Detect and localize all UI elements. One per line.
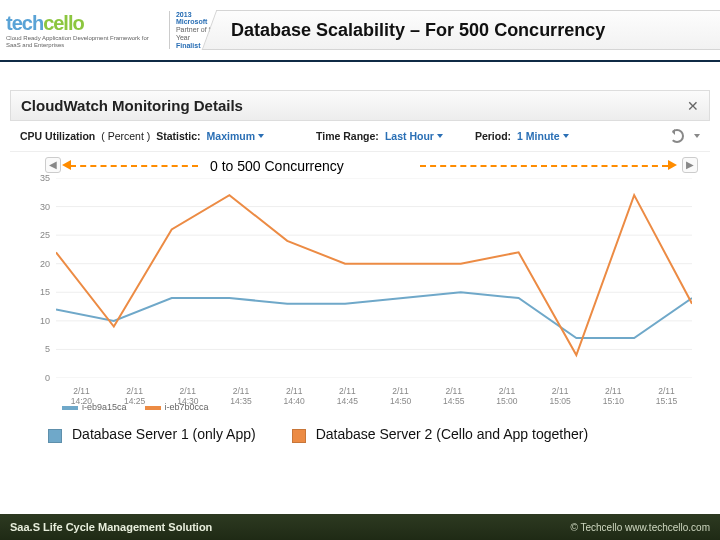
annotation-row: ◀ 0 to 500 Concurrency ▶ bbox=[20, 156, 700, 178]
x-tick: 2/1114:40 bbox=[269, 386, 320, 406]
title-bar: Database Scalability – For 500 Concurren… bbox=[220, 10, 720, 50]
refresh-icon[interactable] bbox=[670, 129, 684, 143]
legend-swatch-orange bbox=[292, 429, 306, 443]
chart-svg bbox=[56, 178, 692, 378]
y-tick: 30 bbox=[40, 202, 50, 212]
panel-controls: CPU Utilization ( Percent ) Statistic: M… bbox=[10, 121, 710, 152]
chart-area: ◀ 0 to 500 Concurrency ▶ 05101520253035 … bbox=[20, 156, 700, 412]
arrow-dashed-right bbox=[420, 165, 668, 167]
y-tick: 20 bbox=[40, 259, 50, 269]
x-tick: 2/1115:10 bbox=[588, 386, 639, 406]
chart-plot: 05101520253035 2/1114:202/1114:252/1114:… bbox=[56, 178, 692, 398]
logo-part-b: cello bbox=[43, 12, 84, 34]
panel-title: CloudWatch Monitoring Details bbox=[21, 97, 243, 114]
logo: techcello bbox=[6, 12, 159, 35]
y-tick: 15 bbox=[40, 287, 50, 297]
logo-block: techcello Cloud Ready Application Develo… bbox=[0, 0, 220, 61]
metric-name: CPU Utilization bbox=[20, 130, 95, 142]
slide-header: techcello Cloud Ready Application Develo… bbox=[0, 0, 720, 62]
x-tick: 2/1114:25 bbox=[109, 386, 160, 406]
logo-part-a: tech bbox=[6, 12, 43, 34]
x-tick: 2/1114:55 bbox=[428, 386, 479, 406]
timerange-value: Last Hour bbox=[385, 130, 434, 142]
x-tick: 2/1114:50 bbox=[375, 386, 426, 406]
x-tick: 2/1115:00 bbox=[482, 386, 533, 406]
step-left-button[interactable]: ◀ bbox=[45, 157, 61, 173]
x-tick: 2/1115:05 bbox=[535, 386, 586, 406]
x-tick: 2/1114:20 bbox=[56, 386, 107, 406]
statistic-value: Maximum bbox=[207, 130, 255, 142]
slide-legend-item-b: Database Server 2 (Cello and App togethe… bbox=[292, 426, 588, 444]
period-value: 1 Minute bbox=[517, 130, 560, 142]
period-label: Period: bbox=[475, 130, 511, 142]
legend-swatch-a bbox=[62, 406, 78, 410]
y-tick: 35 bbox=[40, 173, 50, 183]
series-line-b bbox=[56, 195, 692, 355]
chevron-down-icon bbox=[563, 134, 569, 138]
step-right-button[interactable]: ▶ bbox=[682, 157, 698, 173]
timerange-label: Time Range: bbox=[316, 130, 379, 142]
chevron-down-icon bbox=[258, 134, 264, 138]
x-tick: 2/1115:15 bbox=[641, 386, 692, 406]
y-tick: 25 bbox=[40, 230, 50, 240]
page-title: Database Scalability – For 500 Concurren… bbox=[221, 20, 605, 41]
statistic-label: Statistic: bbox=[156, 130, 200, 142]
chart-grid bbox=[56, 178, 692, 378]
cloudwatch-panel: CloudWatch Monitoring Details ✕ CPU Util… bbox=[10, 90, 710, 412]
x-tick: 2/1114:35 bbox=[216, 386, 267, 406]
annotation-text: 0 to 500 Concurrency bbox=[210, 158, 344, 174]
refresh-menu-caret-icon[interactable] bbox=[694, 134, 700, 138]
x-axis: 2/1114:202/1114:252/1114:302/1114:352/11… bbox=[56, 382, 692, 406]
y-tick: 5 bbox=[45, 344, 50, 354]
legend-swatch-b bbox=[145, 406, 161, 410]
x-tick: 2/1114:30 bbox=[162, 386, 213, 406]
y-axis: 05101520253035 bbox=[26, 178, 50, 378]
x-tick: 2/1114:45 bbox=[322, 386, 373, 406]
statistic-dropdown[interactable]: Maximum bbox=[207, 130, 264, 142]
slide-legend-text-b: Database Server 2 (Cello and App togethe… bbox=[316, 426, 588, 444]
panel-header: CloudWatch Monitoring Details ✕ bbox=[10, 90, 710, 121]
slide-legend-item-a: Database Server 1 (only App) bbox=[48, 426, 256, 444]
metric-unit: ( Percent ) bbox=[101, 130, 150, 142]
legend-swatch-blue bbox=[48, 429, 62, 443]
arrow-dashed-left bbox=[70, 165, 198, 167]
period-dropdown[interactable]: 1 Minute bbox=[517, 130, 569, 142]
slide-legend-text-a: Database Server 1 (only App) bbox=[72, 426, 256, 444]
arrow-right-head-icon bbox=[668, 160, 677, 170]
y-tick: 0 bbox=[45, 373, 50, 383]
footer-left: Saa.S Life Cycle Management Solution bbox=[10, 521, 212, 533]
slide-legend: Database Server 1 (only App) Database Se… bbox=[0, 412, 720, 444]
footer-right: © Techcello www.techcello.com bbox=[571, 522, 710, 533]
y-tick: 10 bbox=[40, 316, 50, 326]
timerange-dropdown[interactable]: Last Hour bbox=[385, 130, 443, 142]
close-icon[interactable]: ✕ bbox=[687, 98, 699, 114]
slide-footer: Saa.S Life Cycle Management Solution © T… bbox=[0, 514, 720, 540]
chevron-down-icon bbox=[437, 134, 443, 138]
logo-tagline: Cloud Ready Application Development Fram… bbox=[6, 35, 159, 48]
